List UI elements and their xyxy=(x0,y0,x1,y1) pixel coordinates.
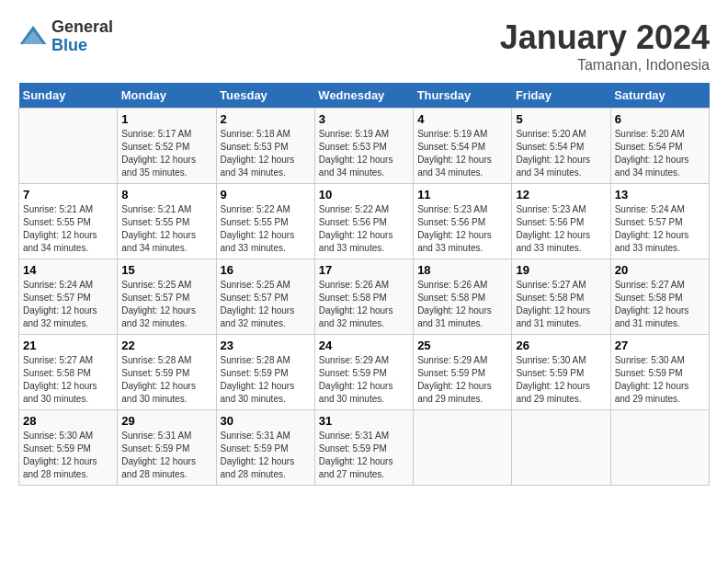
day-number: 9 xyxy=(221,188,311,201)
header-row: SundayMondayTuesdayWednesdayThursdayFrid… xyxy=(19,83,710,109)
calendar-cell: 4Sunrise: 5:19 AM Sunset: 5:54 PM Daylig… xyxy=(414,109,512,184)
calendar-cell: 12Sunrise: 5:23 AM Sunset: 5:56 PM Dayli… xyxy=(512,184,610,259)
week-row-4: 28Sunrise: 5:30 AM Sunset: 5:59 PM Dayli… xyxy=(19,410,710,486)
calendar-cell: 7Sunrise: 5:21 AM Sunset: 5:55 PM Daylig… xyxy=(19,184,118,259)
calendar-cell xyxy=(19,109,118,184)
day-number: 23 xyxy=(221,339,311,352)
calendar-cell: 25Sunrise: 5:29 AM Sunset: 5:59 PM Dayli… xyxy=(414,335,512,410)
day-info: Sunrise: 5:27 AM Sunset: 5:58 PM Dayligh… xyxy=(516,279,606,330)
day-number: 13 xyxy=(615,188,705,201)
logo-text: General Blue xyxy=(51,18,113,55)
day-info: Sunrise: 5:26 AM Sunset: 5:58 PM Dayligh… xyxy=(319,279,409,330)
day-number: 8 xyxy=(121,188,211,201)
calendar-cell: 9Sunrise: 5:22 AM Sunset: 5:55 PM Daylig… xyxy=(216,184,314,259)
title-block: January 2024 Tamanan, Indonesia xyxy=(500,18,710,74)
day-info: Sunrise: 5:24 AM Sunset: 5:57 PM Dayligh… xyxy=(23,279,113,330)
day-number: 31 xyxy=(319,414,409,428)
calendar-cell: 23Sunrise: 5:28 AM Sunset: 5:59 PM Dayli… xyxy=(216,335,314,410)
day-number: 10 xyxy=(319,188,409,201)
day-info: Sunrise: 5:22 AM Sunset: 5:55 PM Dayligh… xyxy=(221,203,311,255)
calendar-cell: 24Sunrise: 5:29 AM Sunset: 5:59 PM Dayli… xyxy=(314,335,413,410)
calendar-cell: 27Sunrise: 5:30 AM Sunset: 5:59 PM Dayli… xyxy=(610,335,709,410)
header-wednesday: Wednesday xyxy=(314,83,413,109)
header-tuesday: Tuesday xyxy=(216,83,314,109)
calendar-cell: 10Sunrise: 5:22 AM Sunset: 5:56 PM Dayli… xyxy=(314,184,413,259)
calendar-cell: 26Sunrise: 5:30 AM Sunset: 5:59 PM Dayli… xyxy=(512,335,610,410)
day-info: Sunrise: 5:21 AM Sunset: 5:55 PM Dayligh… xyxy=(121,203,211,255)
day-number: 26 xyxy=(516,339,606,352)
calendar-cell: 15Sunrise: 5:25 AM Sunset: 5:57 PM Dayli… xyxy=(118,259,216,335)
day-number: 15 xyxy=(121,263,211,277)
calendar-cell xyxy=(512,410,610,486)
week-row-2: 14Sunrise: 5:24 AM Sunset: 5:57 PM Dayli… xyxy=(19,259,710,335)
header-sunday: Sunday xyxy=(19,83,118,109)
calendar-table: SundayMondayTuesdayWednesdayThursdayFrid… xyxy=(18,83,710,486)
day-info: Sunrise: 5:30 AM Sunset: 5:59 PM Dayligh… xyxy=(615,354,705,406)
day-number: 30 xyxy=(221,414,311,428)
day-number: 7 xyxy=(23,188,113,201)
page-header: General Blue January 2024 Tamanan, Indon… xyxy=(18,18,710,74)
day-number: 14 xyxy=(23,263,113,277)
calendar-cell: 13Sunrise: 5:24 AM Sunset: 5:57 PM Dayli… xyxy=(610,184,709,259)
day-info: Sunrise: 5:29 AM Sunset: 5:59 PM Dayligh… xyxy=(319,354,409,406)
location-subtitle: Tamanan, Indonesia xyxy=(500,57,710,74)
week-row-0: 1Sunrise: 5:17 AM Sunset: 5:52 PM Daylig… xyxy=(19,109,710,184)
day-number: 12 xyxy=(516,188,606,201)
day-info: Sunrise: 5:20 AM Sunset: 5:54 PM Dayligh… xyxy=(615,128,705,179)
calendar-cell: 5Sunrise: 5:20 AM Sunset: 5:54 PM Daylig… xyxy=(512,109,610,184)
day-info: Sunrise: 5:19 AM Sunset: 5:54 PM Dayligh… xyxy=(417,128,507,179)
day-info: Sunrise: 5:29 AM Sunset: 5:59 PM Dayligh… xyxy=(417,354,507,406)
day-number: 27 xyxy=(615,339,705,352)
day-info: Sunrise: 5:21 AM Sunset: 5:55 PM Dayligh… xyxy=(23,203,113,255)
day-info: Sunrise: 5:18 AM Sunset: 5:53 PM Dayligh… xyxy=(221,128,311,179)
day-info: Sunrise: 5:28 AM Sunset: 5:59 PM Dayligh… xyxy=(121,354,211,406)
day-number: 1 xyxy=(121,112,211,126)
day-info: Sunrise: 5:19 AM Sunset: 5:53 PM Dayligh… xyxy=(319,128,409,179)
day-number: 16 xyxy=(221,263,311,277)
day-number: 11 xyxy=(417,188,507,201)
day-number: 29 xyxy=(121,414,211,428)
day-number: 3 xyxy=(319,112,409,126)
calendar-cell: 30Sunrise: 5:31 AM Sunset: 5:59 PM Dayli… xyxy=(216,410,314,486)
day-info: Sunrise: 5:23 AM Sunset: 5:56 PM Dayligh… xyxy=(516,203,606,255)
week-row-1: 7Sunrise: 5:21 AM Sunset: 5:55 PM Daylig… xyxy=(19,184,710,259)
calendar-cell: 6Sunrise: 5:20 AM Sunset: 5:54 PM Daylig… xyxy=(610,109,709,184)
day-number: 20 xyxy=(615,263,705,277)
day-info: Sunrise: 5:22 AM Sunset: 5:56 PM Dayligh… xyxy=(319,203,409,255)
day-number: 21 xyxy=(23,339,113,352)
calendar-cell: 3Sunrise: 5:19 AM Sunset: 5:53 PM Daylig… xyxy=(314,109,413,184)
day-number: 18 xyxy=(417,263,507,277)
logo-blue: Blue xyxy=(51,37,113,55)
day-info: Sunrise: 5:31 AM Sunset: 5:59 PM Dayligh… xyxy=(121,430,211,481)
day-info: Sunrise: 5:27 AM Sunset: 5:58 PM Dayligh… xyxy=(23,354,113,406)
day-info: Sunrise: 5:23 AM Sunset: 5:56 PM Dayligh… xyxy=(417,203,507,255)
day-number: 28 xyxy=(23,414,113,428)
header-saturday: Saturday xyxy=(610,83,709,109)
day-number: 19 xyxy=(516,263,606,277)
header-monday: Monday xyxy=(118,83,216,109)
logo-general: General xyxy=(51,18,113,37)
day-info: Sunrise: 5:26 AM Sunset: 5:58 PM Dayligh… xyxy=(417,279,507,330)
calendar-body: 1Sunrise: 5:17 AM Sunset: 5:52 PM Daylig… xyxy=(19,109,710,486)
day-number: 22 xyxy=(121,339,211,352)
day-info: Sunrise: 5:31 AM Sunset: 5:59 PM Dayligh… xyxy=(319,430,409,481)
calendar-cell: 20Sunrise: 5:27 AM Sunset: 5:58 PM Dayli… xyxy=(610,259,709,335)
month-title: January 2024 xyxy=(500,18,710,57)
day-number: 2 xyxy=(221,112,311,126)
logo: General Blue xyxy=(18,18,113,55)
day-number: 5 xyxy=(516,112,606,126)
calendar-cell: 29Sunrise: 5:31 AM Sunset: 5:59 PM Dayli… xyxy=(118,410,216,486)
day-info: Sunrise: 5:20 AM Sunset: 5:54 PM Dayligh… xyxy=(516,128,606,179)
calendar-cell: 1Sunrise: 5:17 AM Sunset: 5:52 PM Daylig… xyxy=(118,109,216,184)
day-number: 6 xyxy=(615,112,705,126)
calendar-cell: 19Sunrise: 5:27 AM Sunset: 5:58 PM Dayli… xyxy=(512,259,610,335)
week-row-3: 21Sunrise: 5:27 AM Sunset: 5:58 PM Dayli… xyxy=(19,335,710,410)
calendar-cell: 22Sunrise: 5:28 AM Sunset: 5:59 PM Dayli… xyxy=(118,335,216,410)
calendar-cell: 16Sunrise: 5:25 AM Sunset: 5:57 PM Dayli… xyxy=(216,259,314,335)
calendar-cell: 8Sunrise: 5:21 AM Sunset: 5:55 PM Daylig… xyxy=(118,184,216,259)
calendar-cell: 17Sunrise: 5:26 AM Sunset: 5:58 PM Dayli… xyxy=(314,259,413,335)
day-info: Sunrise: 5:25 AM Sunset: 5:57 PM Dayligh… xyxy=(221,279,311,330)
calendar-cell: 18Sunrise: 5:26 AM Sunset: 5:58 PM Dayli… xyxy=(414,259,512,335)
day-number: 4 xyxy=(417,112,507,126)
day-info: Sunrise: 5:28 AM Sunset: 5:59 PM Dayligh… xyxy=(221,354,311,406)
